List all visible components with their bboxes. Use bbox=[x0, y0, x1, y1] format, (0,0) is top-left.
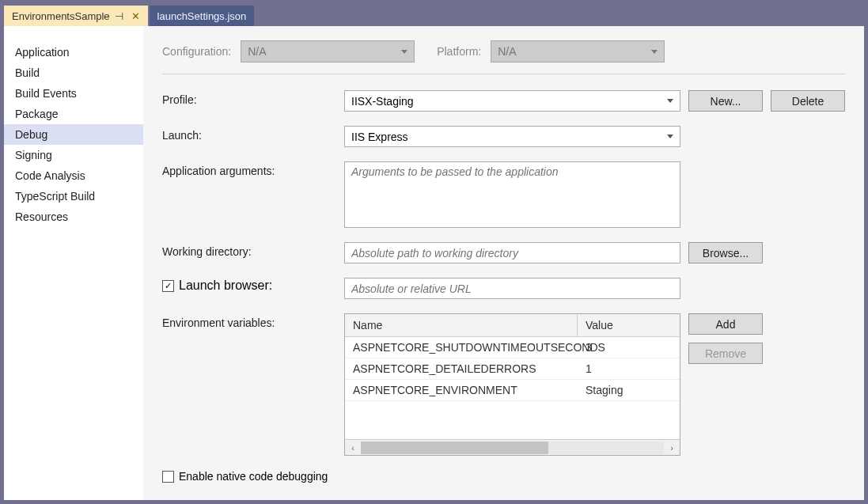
launch-browser-label: Launch browser: bbox=[179, 279, 272, 293]
sidebar-item-typescript-build[interactable]: TypeScript Build bbox=[4, 186, 143, 207]
env-vars-label: Environment variables: bbox=[162, 313, 344, 329]
browse-button[interactable]: Browse... bbox=[688, 242, 763, 263]
table-row[interactable]: ASPNETCORE_SHUTDOWNTIMEOUTSECONDS 3 bbox=[345, 337, 680, 358]
args-label: Application arguments: bbox=[162, 161, 344, 177]
profile-select[interactable]: IISX-Staging bbox=[344, 90, 680, 112]
native-debug-checkbox[interactable] bbox=[162, 471, 174, 483]
pin-icon[interactable]: ⊣ bbox=[115, 10, 123, 22]
scroll-left-icon[interactable]: ‹ bbox=[345, 443, 361, 453]
close-icon[interactable]: ✕ bbox=[131, 10, 140, 22]
configuration-label: Configuration: bbox=[162, 45, 231, 58]
tab-label: launchSettings.json bbox=[157, 10, 247, 22]
sidebar-item-application[interactable]: Application bbox=[4, 42, 143, 63]
env-header-value[interactable]: Value bbox=[578, 314, 680, 336]
add-button[interactable]: Add bbox=[688, 313, 763, 335]
scroll-right-icon[interactable]: › bbox=[664, 443, 680, 453]
tab-environments-sample[interactable]: EnvironmentsSample ⊣ ✕ bbox=[4, 6, 148, 26]
tab-bar: EnvironmentsSample ⊣ ✕ launchSettings.js… bbox=[4, 4, 864, 26]
args-input[interactable] bbox=[344, 161, 680, 228]
profile-label: Profile: bbox=[162, 90, 344, 106]
tab-launch-settings[interactable]: launchSettings.json bbox=[150, 6, 255, 26]
configuration-select: N/A bbox=[241, 40, 415, 63]
sidebar-item-debug[interactable]: Debug bbox=[4, 124, 143, 145]
table-row[interactable]: ASPNETCORE_DETAILEDERRORS 1 bbox=[345, 358, 680, 380]
sidebar-item-build-events[interactable]: Build Events bbox=[4, 83, 143, 104]
launch-browser-checkbox[interactable]: ✓ bbox=[162, 280, 174, 292]
sidebar-item-build[interactable]: Build bbox=[4, 63, 143, 83]
platform-select: N/A bbox=[491, 40, 665, 63]
launch-select[interactable]: IIS Express bbox=[344, 126, 680, 147]
sidebar-item-resources[interactable]: Resources bbox=[4, 207, 143, 227]
env-vars-table: Name Value ASPNETCORE_SHUTDOWNTIMEOUTSEC… bbox=[344, 313, 680, 456]
launch-browser-input[interactable] bbox=[344, 278, 680, 299]
horizontal-scrollbar[interactable]: ‹ › bbox=[345, 439, 680, 455]
sidebar-item-signing[interactable]: Signing bbox=[4, 145, 143, 165]
launch-label: Launch: bbox=[162, 126, 344, 142]
sidebar-item-code-analysis[interactable]: Code Analysis bbox=[4, 165, 143, 186]
table-row[interactable]: ASPNETCORE_ENVIRONMENT Staging bbox=[345, 380, 680, 401]
platform-label: Platform: bbox=[437, 45, 481, 58]
new-button[interactable]: New... bbox=[688, 90, 763, 112]
remove-button: Remove bbox=[688, 343, 763, 364]
workdir-label: Working directory: bbox=[162, 242, 344, 258]
delete-button[interactable]: Delete bbox=[771, 90, 845, 112]
env-header-name[interactable]: Name bbox=[345, 314, 578, 336]
main-panel: Configuration: N/A Platform: N/A Profile… bbox=[143, 26, 864, 500]
sidebar: Application Build Build Events Package D… bbox=[4, 26, 143, 500]
sidebar-item-package[interactable]: Package bbox=[4, 104, 143, 124]
workdir-input[interactable] bbox=[344, 242, 680, 263]
native-debug-label: Enable native code debugging bbox=[179, 470, 328, 483]
tab-label: EnvironmentsSample bbox=[12, 10, 110, 22]
